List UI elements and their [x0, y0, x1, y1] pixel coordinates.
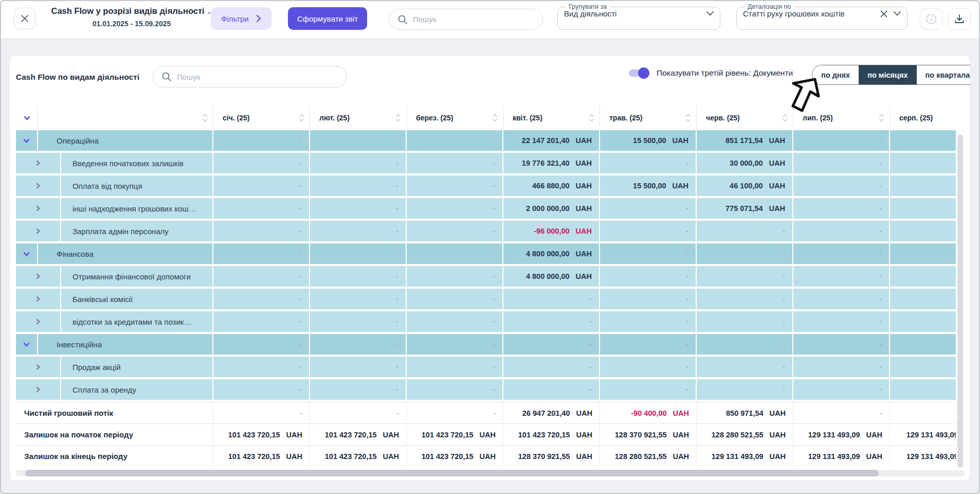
header-month-cell[interactable]: черв. (25) — [697, 105, 793, 130]
info-button[interactable] — [920, 8, 942, 30]
table-row[interactable]: Банківські комісії------- — [16, 289, 956, 309]
collapse-row-icon[interactable] — [23, 251, 30, 257]
sort-icon[interactable] — [589, 113, 594, 122]
value-cell-dash: - — [213, 289, 310, 309]
third-level-toggle[interactable] — [629, 68, 649, 78]
sort-icon[interactable] — [782, 113, 788, 122]
expand-row-icon[interactable] — [35, 273, 41, 279]
row-label-cell: Введення початкових залишків — [61, 153, 213, 173]
sort-icon[interactable] — [299, 113, 304, 122]
table-row[interactable]: відсотки за кредитами та позик…------- — [16, 311, 956, 332]
period-segment-1[interactable]: по місяцях — [859, 65, 916, 84]
row-expand-cell[interactable] — [16, 243, 38, 264]
header-expand-cell[interactable] — [16, 105, 38, 130]
global-search[interactable] — [389, 9, 543, 30]
value-cell-dash: - — [793, 243, 890, 264]
value-cell-dash: - — [600, 379, 697, 400]
value-cell-dash: - — [697, 289, 793, 309]
vertical-scrollbar-thumb[interactable] — [957, 134, 963, 468]
value-cell-dash: - — [407, 198, 503, 219]
value-cell-empty — [890, 175, 956, 196]
sort-icon[interactable] — [492, 113, 498, 122]
period-segment-2[interactable]: по кварталах — [917, 65, 971, 84]
collapse-row-icon[interactable] — [23, 137, 30, 144]
table-row[interactable]: Фінансова---4 800 000,00UAH--- — [16, 243, 956, 264]
expand-row-icon[interactable] — [35, 205, 41, 211]
report-title[interactable]: Cash Flow у розрізі видів діяльності⌄ — [49, 6, 214, 16]
value-cell-dash: - — [697, 379, 793, 400]
currency-label: UAH — [576, 431, 592, 439]
summary-value-cell: 101 423 720,15UAH — [310, 424, 407, 445]
collapse-row-icon[interactable] — [23, 341, 30, 348]
summary-value-cell: 129 131 493,09UAH — [793, 424, 890, 445]
collapse-all-icon[interactable] — [24, 115, 30, 121]
header-month-cell[interactable]: лют. (25) — [310, 105, 407, 130]
group-by-select[interactable]: Групувати за Вид діяльності — [557, 3, 720, 30]
expand-row-icon[interactable] — [35, 386, 41, 393]
sort-icon[interactable] — [879, 113, 884, 122]
horizontal-scrollbar-thumb[interactable] — [25, 470, 879, 477]
value-cell-dash: - — [793, 198, 890, 219]
row-expand-cell[interactable] — [16, 221, 61, 241]
sort-icon[interactable] — [395, 113, 401, 122]
value-cell-dash: - — [213, 357, 310, 377]
table-search-input[interactable] — [177, 73, 338, 81]
table-row[interactable]: Продаж акцій------- — [16, 357, 956, 377]
table-row[interactable]: Сплата за оренду------- — [16, 379, 956, 400]
row-expand-cell[interactable] — [16, 175, 61, 196]
row-expand-cell[interactable] — [16, 334, 38, 355]
expand-row-icon[interactable] — [35, 183, 41, 189]
clear-icon[interactable] — [880, 10, 887, 17]
value-cell-dash: - — [213, 266, 310, 287]
header-month-cell[interactable]: квіт. (25) — [503, 105, 600, 130]
row-expand-cell[interactable] — [16, 357, 61, 377]
row-expand-cell[interactable] — [16, 198, 61, 219]
row-expand-cell[interactable] — [16, 311, 61, 332]
table-row[interactable]: інші надходження грошових кош…---2 000 0… — [16, 198, 956, 219]
value-cell-dash: - — [600, 153, 697, 173]
detail-by-value: Статті руху грошових коштів — [743, 9, 880, 18]
header-month-cell[interactable]: серп. (25) — [890, 105, 956, 130]
table-row[interactable]: Інвестиційна------- — [16, 334, 956, 355]
global-search-input[interactable] — [413, 15, 534, 24]
row-expand-cell[interactable] — [16, 379, 61, 400]
expand-row-icon[interactable] — [35, 364, 41, 370]
currency-label: UAH — [480, 452, 496, 461]
generate-report-button[interactable]: Сформувати звіт — [288, 7, 367, 30]
horizontal-scrollbar[interactable] — [16, 470, 965, 477]
chevron-down-icon[interactable] — [706, 11, 714, 16]
sort-icon[interactable] — [685, 113, 691, 122]
table-search[interactable] — [153, 66, 347, 87]
expand-row-icon[interactable] — [35, 319, 41, 325]
table-row[interactable]: Оплата від покупця---466 880,00UAH15 500… — [16, 175, 956, 196]
period-segment-0[interactable]: по днях — [812, 65, 859, 84]
value-cell-dash: - — [407, 289, 503, 309]
header-month-cell[interactable]: лип. (25) — [793, 105, 890, 130]
row-expand-cell[interactable] — [16, 289, 61, 309]
row-label-cell: Отримання фінансової допомоги — [61, 266, 213, 287]
table-row[interactable]: Введення початкових залишків---19 776 32… — [16, 153, 956, 173]
row-expand-cell[interactable] — [16, 153, 61, 173]
report-card: Cash Flow по видам діяльності Показувати… — [9, 55, 971, 481]
value-cell-empty — [890, 379, 956, 400]
table-row[interactable]: Отримання фінансової допомоги---4 800 00… — [16, 266, 956, 287]
header-name-cell[interactable] — [38, 105, 213, 130]
expand-row-icon[interactable] — [35, 296, 41, 302]
detail-by-select[interactable]: Деталізація по Статті руху грошових кошт… — [736, 3, 908, 30]
summary-value-cell: 128 370 921,55UAH — [600, 424, 697, 445]
download-button[interactable] — [948, 8, 971, 30]
table-row[interactable]: Операційна---22 147 201,40UAH15 500,00UA… — [16, 130, 956, 151]
header-month-cell[interactable]: січ. (25) — [213, 105, 310, 130]
sort-icon[interactable] — [202, 113, 208, 122]
header-month-cell[interactable]: берез. (25) — [407, 105, 503, 130]
filters-button[interactable]: Фільтри — [211, 7, 271, 30]
row-expand-cell[interactable] — [16, 130, 38, 151]
table-row[interactable]: Зарплата адмін персоналу----96 000,00UAH… — [16, 221, 956, 241]
close-button[interactable] — [14, 8, 35, 29]
expand-row-icon[interactable] — [35, 228, 41, 234]
chevron-down-icon[interactable] — [894, 11, 901, 16]
expand-row-icon[interactable] — [35, 160, 41, 166]
header-month-cell[interactable]: трав. (25) — [600, 105, 697, 130]
value-cell-dash: - — [697, 357, 793, 377]
row-expand-cell[interactable] — [16, 266, 61, 287]
